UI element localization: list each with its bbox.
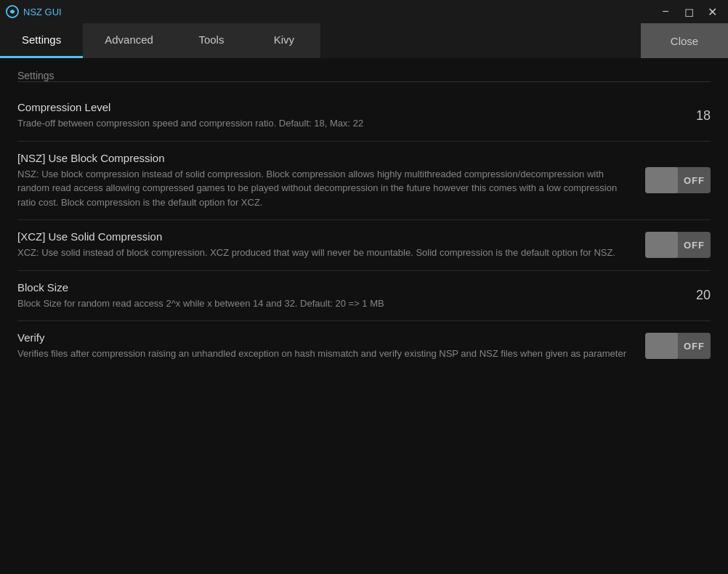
- tab-tools[interactable]: Tools: [175, 23, 248, 58]
- toggle-track-verify: OFF: [645, 333, 711, 359]
- tab-settings[interactable]: Settings: [0, 23, 83, 58]
- setting-title-nsz-block: [NSZ] Use Block Compression: [17, 152, 628, 164]
- section-label: Settings: [17, 70, 711, 81]
- toggle-xcz-solid[interactable]: OFF: [645, 232, 711, 258]
- setting-info-nsz-block: [NSZ] Use Block Compression NSZ: Use blo…: [17, 152, 645, 210]
- setting-info-block-size: Block Size Block Size for random read ac…: [17, 281, 667, 311]
- setting-value-compression-level[interactable]: 18: [667, 108, 711, 124]
- setting-info-compression-level: Compression Level Trade-off between comp…: [17, 101, 667, 131]
- setting-row-nsz-block: [NSZ] Use Block Compression NSZ: Use blo…: [17, 142, 711, 221]
- setting-desc-verify: Verifies files after compression raising…: [17, 347, 628, 361]
- setting-title-compression-level: Compression Level: [17, 101, 650, 113]
- title-bar: NSZ GUI − ◻ ✕: [0, 0, 728, 23]
- tab-advanced[interactable]: Advanced: [83, 23, 175, 58]
- tab-bar: Settings Advanced Tools Kivy Close: [0, 23, 728, 58]
- tab-spacer: [320, 23, 641, 58]
- minimize-button[interactable]: −: [655, 4, 676, 20]
- setting-row-compression-level: Compression Level Trade-off between comp…: [17, 91, 711, 142]
- setting-desc-compression-level: Trade-off between compression speed and …: [17, 116, 650, 131]
- setting-row-block-size: Block Size Block Size for random read ac…: [17, 271, 711, 322]
- toggle-thumb-nsz-block: [645, 167, 678, 193]
- toggle-track-xcz-solid: OFF: [645, 232, 711, 258]
- toggle-label-verify: OFF: [678, 341, 711, 352]
- close-button[interactable]: Close: [641, 23, 728, 58]
- restore-button[interactable]: ◻: [679, 4, 699, 20]
- setting-title-verify: Verify: [17, 331, 628, 344]
- settings-content: Settings Compression Level Trade-off bet…: [0, 58, 728, 574]
- setting-info-verify: Verify Verifies files after compression …: [17, 331, 645, 361]
- toggle-track-nsz-block: OFF: [645, 167, 711, 193]
- toggle-verify[interactable]: OFF: [645, 333, 711, 359]
- setting-info-xcz-solid: [XCZ] Use Solid Compression XCZ: Use sol…: [17, 230, 645, 260]
- toggle-nsz-block[interactable]: OFF: [645, 167, 711, 193]
- setting-desc-nsz-block: NSZ: Use block compression instead of so…: [17, 167, 628, 210]
- window-close-button[interactable]: ✕: [702, 4, 722, 20]
- tab-kivy[interactable]: Kivy: [248, 23, 320, 58]
- toggle-label-nsz-block: OFF: [678, 175, 711, 186]
- app-icon: [6, 5, 19, 18]
- setting-desc-block-size: Block Size for random read access 2^x wh…: [17, 296, 650, 311]
- setting-row-verify: Verify Verifies files after compression …: [17, 321, 711, 371]
- app-title: NSZ GUI: [23, 7, 62, 17]
- section-divider: [17, 81, 711, 82]
- toggle-label-xcz-solid: OFF: [678, 240, 711, 251]
- setting-row-xcz-solid: [XCZ] Use Solid Compression XCZ: Use sol…: [17, 220, 711, 271]
- setting-desc-xcz-solid: XCZ: Use solid instead of block compress…: [17, 246, 628, 260]
- toggle-thumb-xcz-solid: [645, 232, 678, 258]
- toggle-thumb-verify: [645, 333, 678, 359]
- setting-title-block-size: Block Size: [17, 281, 650, 294]
- title-bar-left: NSZ GUI: [6, 5, 62, 18]
- window-controls: − ◻ ✕: [655, 4, 722, 20]
- setting-title-xcz-solid: [XCZ] Use Solid Compression: [17, 230, 628, 243]
- setting-value-block-size[interactable]: 20: [667, 288, 711, 303]
